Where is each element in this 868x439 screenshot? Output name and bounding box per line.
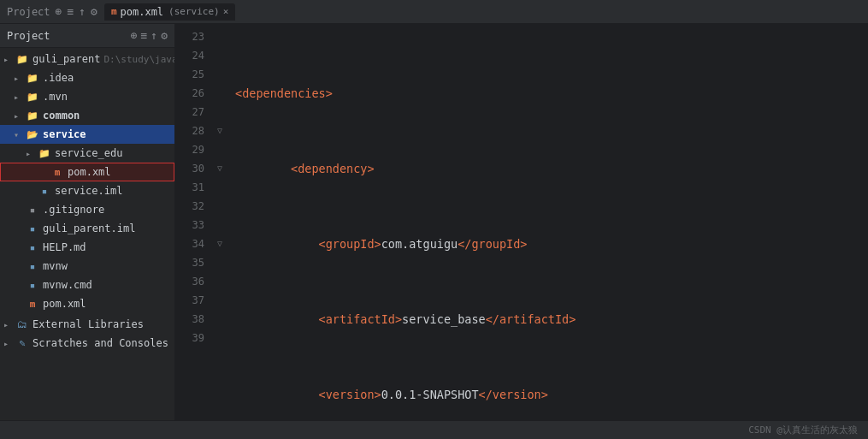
title-bar-icon3[interactable]: ↑ (79, 5, 86, 18)
gitignore-icon: ▪ (26, 203, 39, 217)
folder-open-icon: 📂 (26, 128, 39, 141)
arrow-icon: ▸ (14, 111, 26, 121)
item-label: service (43, 128, 86, 140)
item-label: service_edu (55, 147, 122, 159)
sidebar-item-scratches[interactable]: ▸ ✎ Scratches and Consoles (0, 334, 174, 353)
title-bar-icon2[interactable]: ≡ (67, 5, 74, 18)
sidebar-item-pom-root[interactable]: m pom.xml (0, 294, 174, 313)
sidebar-item-mvnw[interactable]: ▪ mvnw (0, 257, 174, 276)
item-label: HELP.md (43, 241, 86, 253)
bottom-bar: CSDN @认真生活的灰太狼 (0, 420, 868, 439)
sidebar-item-external-libs[interactable]: ▸ 🗂 External Libraries (0, 315, 174, 334)
sidebar-item-guli-parent[interactable]: ▸ 📁 guli_parent D:\study\java\code (0, 50, 174, 68)
xml-icon: m (50, 165, 64, 179)
code-line-24: <dependency> (235, 159, 861, 178)
sidebar-tree: ▸ 📁 guli_parent D:\study\java\code ▸ 📁 .… (0, 48, 174, 420)
sidebar-header: Project ⊕ ≡ ↑ ⚙ (0, 24, 174, 48)
item-label: guli_parent.iml (43, 222, 135, 234)
item-label: .mvn (43, 91, 68, 103)
editor-area: 23 24 25 26 27 28 29 30 31 32 33 34 35 3… (175, 24, 868, 420)
sidebar-icon-up[interactable]: ↑ (151, 29, 157, 42)
title-bar-icon4[interactable]: ⚙ (91, 5, 97, 18)
project-label[interactable]: Project (7, 6, 50, 18)
sidebar-item-gitignore[interactable]: ▪ .gitignore (0, 200, 174, 219)
cmd-icon: ▪ (26, 259, 39, 273)
tab-close-button[interactable]: × (223, 6, 229, 17)
item-label: .gitignore (43, 204, 104, 216)
sidebar-item-common[interactable]: ▸ 📁 common (0, 106, 174, 125)
gutter: ▽ ▽ ▽ (211, 24, 228, 420)
sidebar-item-guli-iml[interactable]: ▪ guli_parent.iml (0, 219, 174, 238)
sidebar-item-service[interactable]: ▾ 📂 service (0, 125, 174, 144)
sidebar-item-mvnw-cmd[interactable]: ▪ mvnw.cmd (0, 276, 174, 294)
title-bar: Project ⊕ ≡ ↑ ⚙ m pom.xml (service) × (0, 0, 868, 24)
sidebar-header-title: Project (7, 30, 126, 42)
item-label: common (43, 110, 80, 122)
arrow-icon: ▸ (14, 74, 26, 83)
sidebar-icon-settings[interactable]: ⚙ (161, 29, 168, 42)
tab-filename: pom.xml (121, 6, 164, 18)
sidebar-item-pom-xml[interactable]: m pom.xml (0, 163, 174, 181)
editor-tab[interactable]: m pom.xml (service) × (104, 3, 235, 21)
main-content: Project ⊕ ≡ ↑ ⚙ ▸ 📁 guli_parent D:\study… (0, 24, 868, 420)
item-path: D:\study\java\code (103, 54, 174, 65)
folder-icon: 📁 (15, 52, 29, 66)
item-label: mvnw.cmd (43, 279, 92, 291)
tab-context: (service) (168, 6, 220, 17)
item-label: pom.xml (43, 298, 86, 310)
xml-icon: m (26, 297, 39, 311)
code-line-26: <artifactId>service_base</artifactId> (235, 310, 861, 329)
item-label: mvnw (43, 260, 68, 272)
ext-icon: 🗂 (15, 317, 29, 331)
sidebar-item-idea[interactable]: ▸ 📁 .idea (0, 68, 174, 87)
item-label: .idea (43, 72, 74, 84)
folder-icon: 📁 (38, 146, 51, 160)
folder-icon: 📁 (26, 71, 39, 85)
sidebar-item-service-iml[interactable]: ▪ service.iml (0, 181, 174, 200)
xml-tab-icon: m (111, 6, 117, 17)
scratch-icon: ✎ (15, 336, 29, 350)
code-content[interactable]: <dependencies> <dependency> <groupId>com… (228, 24, 868, 420)
folder-icon: 📁 (26, 109, 39, 122)
code-line-25: <groupId>com.atguigu</groupId> (235, 234, 861, 253)
project-sidebar: Project ⊕ ≡ ↑ ⚙ ▸ 📁 guli_parent D:\study… (0, 24, 175, 420)
title-bar-left: Project ⊕ ≡ ↑ ⚙ (7, 5, 97, 18)
item-label: Scratches and Consoles (32, 337, 168, 349)
code-view[interactable]: 23 24 25 26 27 28 29 30 31 32 33 34 35 3… (175, 24, 868, 420)
iml-icon: ▪ (26, 222, 39, 235)
sidebar-icon-menu[interactable]: ≡ (141, 29, 148, 42)
line-numbers: 23 24 25 26 27 28 29 30 31 32 33 34 35 3… (175, 24, 211, 420)
item-label: pom.xml (68, 166, 111, 178)
item-label: service.iml (55, 185, 122, 197)
watermark-text: CSDN @认真生活的灰太狼 (748, 424, 858, 436)
arrow-icon: ▾ (14, 130, 26, 139)
arrow-icon: ▸ (3, 339, 15, 348)
sidebar-icon-add[interactable]: ⊕ (131, 29, 138, 42)
title-bar-icon1[interactable]: ⊕ (56, 5, 62, 18)
arrow-icon: ▸ (3, 55, 15, 64)
arrow-icon: ▸ (26, 149, 38, 158)
sidebar-header-icons: ⊕ ≡ ↑ ⚙ (131, 29, 168, 42)
code-line-23: <dependencies> (235, 84, 861, 103)
sidebar-item-mvn[interactable]: ▸ 📁 .mvn (0, 87, 174, 106)
iml-icon: ▪ (38, 184, 51, 198)
code-line-27: <version>0.0.1-SNAPSHOT</version> (235, 385, 861, 404)
sidebar-item-service-edu[interactable]: ▸ 📁 service_edu (0, 144, 174, 163)
sidebar-item-help-md[interactable]: ▪ HELP.md (0, 238, 174, 257)
folder-icon: 📁 (26, 90, 39, 104)
cmd-icon: ▪ (26, 278, 39, 292)
item-label: External Libraries (32, 318, 144, 330)
item-label: guli_parent (32, 53, 100, 65)
arrow-icon: ▸ (3, 320, 15, 329)
md-icon: ▪ (26, 240, 39, 254)
arrow-icon: ▸ (14, 92, 26, 102)
